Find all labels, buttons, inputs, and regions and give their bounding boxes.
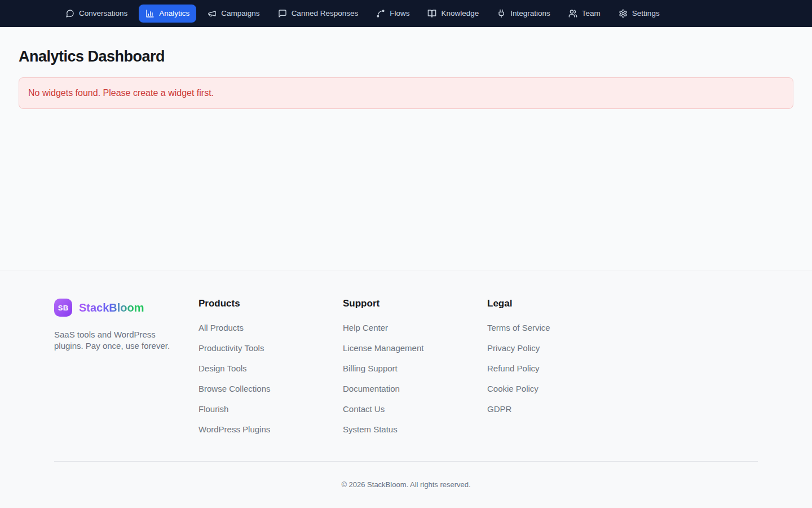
nav-item-campaigns[interactable]: Campaigns bbox=[201, 5, 266, 23]
nav-item-label: Campaigns bbox=[221, 9, 259, 18]
nav-item-label: Conversations bbox=[79, 9, 127, 18]
nav-item-label: Team bbox=[582, 9, 601, 18]
nav-item-integrations[interactable]: Integrations bbox=[490, 5, 557, 23]
footer-link-contact-us[interactable]: Contact Us bbox=[343, 405, 487, 414]
footer-column-heading: Legal bbox=[487, 299, 632, 309]
footer-link-refund-policy[interactable]: Refund Policy bbox=[487, 364, 632, 373]
main-content: Analytics Dashboard No widgets found. Pl… bbox=[0, 27, 812, 270]
message-square-icon bbox=[278, 9, 287, 18]
nav-item-analytics[interactable]: Analytics bbox=[139, 5, 196, 23]
message-circle-icon bbox=[65, 9, 74, 18]
stackbloom-logo-icon: SB bbox=[54, 299, 72, 317]
top-navigation: Conversations Analytics Campaigns Canned… bbox=[0, 0, 812, 27]
footer-link-documentation[interactable]: Documentation bbox=[343, 384, 487, 393]
nav-item-label: Knowledge bbox=[441, 9, 479, 18]
footer-column-heading: Support bbox=[343, 299, 487, 309]
footer-link-wordpress-plugins[interactable]: WordPress Plugins bbox=[198, 425, 343, 434]
footer-link-productivity-tools[interactable]: Productivity Tools bbox=[198, 344, 343, 353]
nav-item-label: Canned Responses bbox=[292, 9, 359, 18]
nav-item-flows[interactable]: Flows bbox=[369, 5, 416, 23]
footer-link-all-products[interactable]: All Products bbox=[198, 323, 343, 332]
footer-link-browse-collections[interactable]: Browse Collections bbox=[198, 384, 343, 393]
footer-link-terms-of-service[interactable]: Terms of Service bbox=[487, 323, 632, 332]
footer-link-privacy-policy[interactable]: Privacy Policy bbox=[487, 344, 632, 353]
brand-tagline: SaaS tools and WordPress plugins. Pay on… bbox=[54, 329, 173, 352]
nav-item-conversations[interactable]: Conversations bbox=[59, 5, 134, 23]
nav-item-label: Flows bbox=[390, 9, 409, 18]
nav-item-label: Integrations bbox=[510, 9, 550, 18]
footer-support-column: Support Help Center License Management B… bbox=[343, 299, 487, 445]
brand-name: StackBloom bbox=[79, 301, 144, 314]
brand[interactable]: SB StackBloom bbox=[54, 299, 198, 317]
footer: SB StackBloom SaaS tools and WordPress p… bbox=[0, 270, 812, 508]
footer-link-cookie-policy[interactable]: Cookie Policy bbox=[487, 384, 632, 393]
nav-item-label: Analytics bbox=[159, 9, 189, 18]
nav-item-knowledge[interactable]: Knowledge bbox=[421, 5, 486, 23]
footer-brand-column: SB StackBloom SaaS tools and WordPress p… bbox=[54, 299, 198, 445]
page-title: Analytics Dashboard bbox=[19, 48, 793, 65]
footer-column-heading: Products bbox=[198, 299, 343, 309]
footer-link-flourish[interactable]: Flourish bbox=[198, 405, 343, 414]
footer-products-column: Products All Products Productivity Tools… bbox=[198, 299, 343, 445]
nav-item-team[interactable]: Team bbox=[562, 5, 607, 23]
megaphone-icon bbox=[208, 9, 217, 18]
footer-link-system-status[interactable]: System Status bbox=[343, 425, 487, 434]
book-open-icon bbox=[427, 9, 436, 18]
bar-chart-icon bbox=[145, 9, 155, 18]
footer-link-license-management[interactable]: License Management bbox=[343, 344, 487, 353]
nav-item-settings[interactable]: Settings bbox=[612, 5, 667, 23]
footer-legal-column: Legal Terms of Service Privacy Policy Re… bbox=[487, 299, 632, 445]
users-icon bbox=[568, 9, 577, 18]
copyright-text: © 2026 StackBloom. All rights reserved. bbox=[54, 462, 758, 489]
alert-message: No widgets found. Please create a widget… bbox=[28, 88, 214, 98]
footer-link-design-tools[interactable]: Design Tools bbox=[198, 364, 343, 373]
nav-item-label: Settings bbox=[632, 9, 660, 18]
plug-icon bbox=[497, 9, 506, 18]
footer-link-gdpr[interactable]: GDPR bbox=[487, 405, 632, 414]
nav-item-canned-responses[interactable]: Canned Responses bbox=[271, 5, 365, 23]
spline-icon bbox=[376, 9, 385, 18]
footer-link-billing-support[interactable]: Billing Support bbox=[343, 364, 487, 373]
gear-icon bbox=[619, 9, 628, 18]
footer-link-help-center[interactable]: Help Center bbox=[343, 323, 487, 332]
no-widgets-alert: No widgets found. Please create a widget… bbox=[19, 77, 793, 109]
